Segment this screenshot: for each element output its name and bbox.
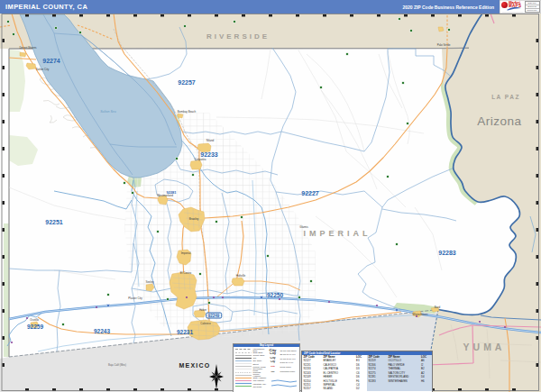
park-poi-icon [208, 302, 210, 304]
zip-label-92249[interactable]: 92249 [206, 313, 222, 319]
city-label: Bombay Beach [178, 110, 196, 114]
park-poi-icon [13, 33, 14, 35]
park-poi-icon [399, 18, 400, 20]
exit-marker-icon [279, 298, 280, 300]
legend-city-size: CityPopulated Place [267, 369, 298, 373]
park-poi-icon [184, 25, 186, 27]
park-poi-icon [79, 32, 81, 33]
zip-label-92233[interactable]: 92233 [200, 151, 217, 158]
city-label: Westmorland [157, 194, 173, 197]
zip-label-92250[interactable]: 92250 [267, 292, 283, 298]
title-bar: IMPERIAL COUNTY, CA 2020 ZIP Code Busine… [0, 0, 541, 14]
edition-label: 2020 ZIP Code Business Reference Edition [402, 5, 500, 10]
logo-tagline: ————————————— [502, 12, 539, 14]
exit-marker-icon [222, 296, 224, 298]
zip-label-92243[interactable]: 92243 [94, 328, 110, 334]
city-label: Calexico [200, 322, 211, 325]
city-calipatria [190, 160, 202, 169]
exit-marker-icon [504, 326, 506, 328]
park-poi-icon [167, 298, 169, 300]
park-poi-icon [387, 176, 389, 178]
city-label: Heber [199, 308, 206, 312]
zip-table-row[interactable]: 92257NILANDD2 [302, 387, 367, 391]
map-document: RIVERSIDELA PAZArizonaIMPERIALYUMAMEXICO… [0, 0, 541, 392]
region-label: Baja Calif (Mex) [108, 363, 126, 367]
park-poi-icon [310, 280, 312, 282]
park-poi-icon [62, 324, 64, 325]
park-poi-icon [132, 192, 133, 194]
city-salton-sea-beach [20, 52, 26, 57]
park-poi-icon [298, 296, 300, 298]
park-poi-icon [402, 82, 404, 84]
park-poi-icon [410, 30, 412, 32]
zip-label-92251[interactable]: 92251 [45, 219, 62, 225]
region-label: YUMA [463, 342, 506, 352]
exit-marker-icon [96, 306, 97, 308]
park-poi-icon [124, 182, 125, 184]
park-poi-icon [407, 123, 408, 124]
map-svg [0, 0, 541, 392]
city-label: Imperial [181, 251, 191, 255]
exit-marker-icon [26, 317, 28, 319]
region-label: Salton Sea [100, 110, 116, 114]
park-poi-icon [199, 273, 201, 275]
city-label: Seeley [145, 280, 153, 284]
compass-rose [206, 363, 226, 390]
exit-marker-icon [11, 342, 13, 343]
park-poi-icon [192, 174, 194, 176]
zip-label-92281[interactable]: 92281 [166, 190, 176, 195]
park-poi-icon [267, 255, 269, 257]
zip-index-table[interactable]: ZIP Code Index/Grid Locator ZIP CodeZIP … [301, 351, 433, 392]
city-label: Winterhaven [413, 313, 428, 316]
city-bombay-beach [178, 114, 183, 118]
publisher-logo[interactable]: Market MAPS 2020 ZIPBusinessReference ——… [500, 0, 541, 14]
city-label: Bard [435, 305, 440, 309]
park-poi-icon [346, 53, 348, 55]
legend-item: Toll Road [235, 385, 267, 387]
logo-side-box: 2020 ZIPBusinessReference [525, 1, 540, 13]
city-label: Ocotillo [30, 318, 39, 322]
map-canvas[interactable]: RIVERSIDELA PAZArizonaIMPERIALYUMAMEXICO… [0, 0, 541, 392]
city-label: Desert Shores [19, 46, 36, 50]
city-label: Holtville [236, 274, 246, 278]
park-poi-icon [215, 221, 217, 223]
zip-label-92259[interactable]: 92259 [27, 324, 43, 330]
park-poi-icon [448, 29, 450, 31]
zip-label-92283[interactable]: 92283 [438, 250, 455, 256]
park-poi-icon [396, 243, 398, 245]
exit-marker-icon [479, 321, 481, 323]
city-label: Niland [206, 139, 215, 142]
park-poi-icon [107, 294, 109, 296]
park-poi-icon [176, 158, 178, 160]
park-poi-icon [55, 27, 57, 29]
zip-label-92257[interactable]: 92257 [178, 79, 195, 86]
park-poi-icon [234, 21, 235, 23]
region-label: LA PAZ [491, 94, 520, 100]
exit-marker-icon [328, 301, 330, 303]
city-label: Palo Verde [437, 43, 451, 47]
city-label: Salton City [36, 68, 50, 71]
city-palo-verde [438, 27, 444, 32]
map-legend[interactable]: Map Legend International BndyState BndyC… [233, 343, 300, 392]
logo-swoosh-icon [507, 7, 521, 11]
park-poi-icon [7, 21, 9, 23]
exit-marker-icon [186, 296, 188, 298]
city-label: Calipatria [195, 158, 206, 161]
city-label: Brawley [189, 217, 199, 221]
legend-shield-samples [270, 378, 298, 387]
exit-marker-icon [213, 296, 215, 298]
region-label: Arizona [477, 114, 521, 128]
park-poi-icon [320, 87, 322, 88]
city-holtville [232, 278, 244, 286]
zip-label-92231[interactable]: 92231 [177, 329, 193, 335]
park-poi-icon [241, 216, 243, 218]
park-poi-icon [157, 231, 159, 232]
region-label: RIVERSIDE [206, 32, 270, 41]
zip-label-92274[interactable]: 92274 [42, 58, 60, 64]
city-label: Plaster City [128, 296, 142, 300]
zip-label-92227[interactable]: 92227 [301, 190, 318, 196]
logo-wordmark: Market MAPS [509, 1, 521, 7]
city-label: El Centro [180, 271, 192, 275]
region-label: IMPERIAL [303, 229, 371, 238]
zip-table-row[interactable]: 92283WINTERHAVENH6 [367, 379, 432, 383]
